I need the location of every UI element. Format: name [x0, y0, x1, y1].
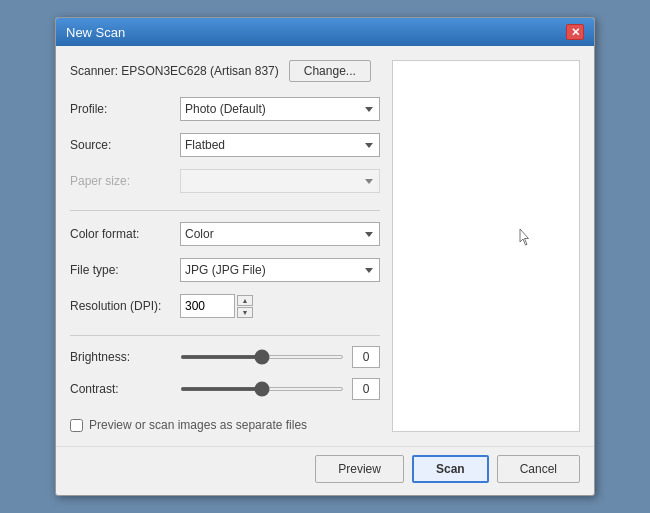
brightness-slider[interactable] [180, 355, 344, 359]
file-type-control: JPG (JPG File) BMP (Bitmap) PNG TIFF [180, 258, 380, 282]
resolution-input[interactable] [180, 294, 235, 318]
source-select[interactable]: Flatbed Document Feeder [180, 133, 380, 157]
scan-button[interactable]: Scan [412, 455, 489, 483]
brightness-control: 0 [180, 346, 380, 368]
color-format-row: Color format: Color Grayscale Black and … [70, 221, 380, 247]
separate-files-checkbox[interactable] [70, 419, 83, 432]
source-row: Source: Flatbed Document Feeder [70, 132, 380, 158]
separate-files-label[interactable]: Preview or scan images as separate files [89, 418, 307, 432]
contrast-value: 0 [352, 378, 380, 400]
resolution-row: Resolution (DPI): ▲ ▼ [70, 293, 380, 319]
close-button[interactable]: ✕ [566, 24, 584, 40]
resolution-label: Resolution (DPI): [70, 299, 180, 313]
contrast-label: Contrast: [70, 382, 180, 396]
profile-control: Photo (Default) Documents Custom [180, 97, 380, 121]
preview-area [392, 60, 580, 432]
paper-size-row: Paper size: [70, 168, 380, 194]
brightness-label: Brightness: [70, 350, 180, 364]
contrast-control: 0 [180, 378, 380, 400]
checkbox-row: Preview or scan images as separate files [70, 418, 380, 432]
paper-size-select[interactable] [180, 169, 380, 193]
file-type-label: File type: [70, 263, 180, 277]
separator-2 [70, 335, 380, 336]
dialog-footer: Preview Scan Cancel [56, 446, 594, 495]
source-control: Flatbed Document Feeder [180, 133, 380, 157]
change-scanner-button[interactable]: Change... [289, 60, 371, 82]
paper-size-label: Paper size: [70, 174, 180, 188]
resolution-spinner: ▲ ▼ [237, 295, 253, 318]
resolution-control: ▲ ▼ [180, 294, 253, 318]
new-scan-dialog: New Scan ✕ Scanner: EPSON3EC628 (Artisan… [55, 17, 595, 496]
cursor-indicator [519, 228, 531, 246]
color-format-label: Color format: [70, 227, 180, 241]
left-panel: Scanner: EPSON3EC628 (Artisan 837) Chang… [70, 60, 380, 432]
profile-row: Profile: Photo (Default) Documents Custo… [70, 96, 380, 122]
file-type-select[interactable]: JPG (JPG File) BMP (Bitmap) PNG TIFF [180, 258, 380, 282]
contrast-row: Contrast: 0 [70, 378, 380, 400]
brightness-row: Brightness: 0 [70, 346, 380, 368]
color-format-select[interactable]: Color Grayscale Black and White [180, 222, 380, 246]
resolution-up-button[interactable]: ▲ [237, 295, 253, 306]
file-type-row: File type: JPG (JPG File) BMP (Bitmap) P… [70, 257, 380, 283]
brightness-value: 0 [352, 346, 380, 368]
dialog-body: Scanner: EPSON3EC628 (Artisan 837) Chang… [56, 46, 594, 446]
scanner-label: Scanner: EPSON3EC628 (Artisan 837) [70, 64, 279, 78]
cancel-button[interactable]: Cancel [497, 455, 580, 483]
profile-select[interactable]: Photo (Default) Documents Custom [180, 97, 380, 121]
contrast-slider[interactable] [180, 387, 344, 391]
paper-size-control [180, 169, 380, 193]
dialog-title: New Scan [66, 25, 125, 40]
preview-button[interactable]: Preview [315, 455, 404, 483]
title-bar: New Scan ✕ [56, 18, 594, 46]
scanner-row: Scanner: EPSON3EC628 (Artisan 837) Chang… [70, 60, 380, 82]
source-label: Source: [70, 138, 180, 152]
separator-1 [70, 210, 380, 211]
color-format-control: Color Grayscale Black and White [180, 222, 380, 246]
resolution-down-button[interactable]: ▼ [237, 307, 253, 318]
profile-label: Profile: [70, 102, 180, 116]
